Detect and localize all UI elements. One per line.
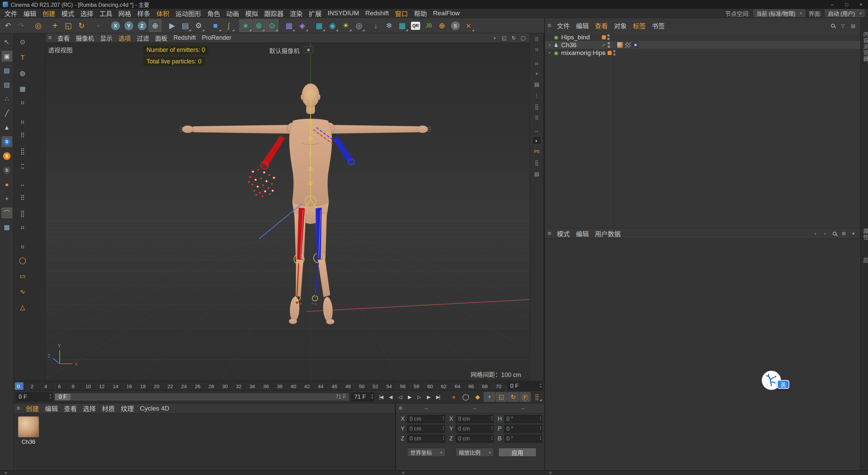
selection-lasso-button[interactable]: ∿ — [17, 286, 28, 297]
last-used-tool[interactable]: ◦ — [92, 19, 105, 32]
material-menu-纹理[interactable]: 纹理 — [118, 404, 137, 413]
fields-menu[interactable]: ◉ — [326, 19, 339, 32]
stepper-arrows-icon[interactable]: ▴▾ — [443, 435, 444, 441]
menu-扩展[interactable]: 扩展 — [305, 9, 324, 18]
goto-end-button[interactable]: ▶| — [433, 393, 442, 401]
om-burger-icon[interactable]: ≡ — [545, 22, 554, 29]
current-frame-field[interactable]: 0 F ▴▾ — [507, 382, 543, 391]
viewport-menu-摄像机[interactable]: 摄像机 — [73, 34, 97, 42]
menu-选择[interactable]: 选择 — [77, 9, 96, 18]
palette-panel-icon[interactable]: ▤ — [532, 80, 541, 89]
render-settings-button[interactable]: ⚙ — [192, 19, 205, 32]
scale-tool[interactable]: ◱ — [62, 19, 75, 32]
attr-menu-用户数据[interactable]: 用户数据 — [592, 229, 624, 238]
end-frame-field[interactable]: 71 F ▴▾ — [351, 393, 374, 401]
snap-toggle-button[interactable]: ⌒ — [2, 208, 12, 218]
move-tool[interactable]: + — [49, 19, 61, 32]
stepper-arrows-icon[interactable]: ▴▾ — [540, 425, 541, 431]
weight-tag-icon[interactable] — [632, 42, 639, 48]
menu-RealFlow[interactable]: RealFlow — [430, 10, 463, 17]
view-label[interactable]: 透视视图 — [48, 45, 73, 54]
close-button[interactable]: × — [854, 0, 868, 9]
xp-dynamics-menu[interactable]: ⊙ — [266, 19, 278, 32]
xp-emitter-menu[interactable]: ∗ — [239, 19, 252, 32]
viewport-zoom-icon[interactable]: ◱ — [500, 34, 509, 42]
coord-field-1-X[interactable]: 0 cm▴▾ — [456, 415, 494, 423]
coord-field-0-Z[interactable]: 0 cm▴▾ — [407, 435, 445, 443]
previous-key-button[interactable]: ◀ — [386, 393, 395, 401]
palette-ps-icon[interactable]: PS — [532, 147, 541, 156]
node-space-dropdown[interactable]: 当前 (标准/物理) ▾ — [753, 10, 805, 17]
undo-button[interactable]: ↶ — [2, 19, 14, 32]
om-menu-编辑[interactable]: 编辑 — [573, 21, 592, 30]
plugin-s-blue-button[interactable]: S — [2, 136, 12, 147]
redo-button[interactable]: ↷ — [15, 19, 27, 32]
menu-INSYDIUM[interactable]: INSYDIUM — [324, 10, 362, 17]
visibility-dots[interactable] — [607, 34, 610, 40]
expander-icon[interactable]: + — [547, 43, 552, 48]
attr-menu-编辑[interactable]: 编辑 — [573, 229, 592, 238]
coord-field-1-Z[interactable]: 0 cm▴▾ — [456, 435, 494, 443]
menu-角色[interactable]: 角色 — [204, 9, 223, 18]
menu-模拟[interactable]: 模拟 — [242, 9, 261, 18]
viewport-orbit-icon[interactable]: ↻ — [509, 34, 518, 42]
phong-tag-icon[interactable] — [625, 42, 631, 48]
render-picture-viewer-button[interactable]: ▤ — [179, 19, 192, 32]
om-menu-查看[interactable]: 查看 — [592, 21, 611, 30]
play-button[interactable]: ▶ — [405, 393, 414, 401]
autokey-button[interactable]: ◯ — [460, 392, 471, 402]
selection-polygon-button[interactable]: △ — [17, 302, 28, 312]
attr-forward-icon[interactable]: › — [821, 229, 829, 238]
texture-tag-icon[interactable] — [617, 42, 623, 48]
attr-menu-模式[interactable]: 模式 — [554, 229, 573, 238]
coord-header-dropdown-2[interactable]: -- — [504, 405, 542, 412]
render-view-button[interactable]: ▶ — [166, 19, 178, 32]
axis-lock-y[interactable]: Y — [122, 19, 135, 32]
add-deformer-menu[interactable]: ◈ — [296, 19, 309, 32]
object-row-Ch36[interactable]: +♟Ch36✓ — [545, 41, 860, 49]
material-menu-查看[interactable]: 查看 — [61, 404, 80, 413]
expander-icon[interactable] — [547, 35, 552, 40]
jb-plugin-button[interactable]: JB — [422, 19, 435, 32]
minimize-button[interactable]: – — [825, 0, 840, 9]
coord-field-0-X[interactable]: 0 cm▴▾ — [407, 415, 445, 423]
palette-move-icon[interactable]: + — [532, 69, 541, 78]
right-tab-内容浏览器[interactable]: 内容浏览器 — [861, 32, 868, 62]
coord-field-2-P[interactable]: 0 °▴▾ — [504, 425, 542, 433]
viewport-menu-Redshift[interactable]: Redshift — [171, 34, 199, 41]
om-menu-标签[interactable]: 标签 — [630, 21, 649, 30]
redshift-plugin-button[interactable]: S — [449, 19, 461, 32]
material-menu-选择[interactable]: 选择 — [80, 404, 99, 413]
ime-language-badge[interactable]: 英 — [777, 380, 789, 389]
menu-跟踪器[interactable]: 跟踪器 — [261, 9, 287, 18]
viewport-burger-icon[interactable]: ≡ — [45, 34, 55, 41]
record-parameter-toggle[interactable]: Ⓟ — [519, 392, 531, 402]
selection-rect-button[interactable]: ▭ — [17, 271, 28, 281]
palette-list-icon[interactable]: ⋮ — [532, 91, 541, 100]
viewport-menu-显示[interactable]: 显示 — [97, 34, 116, 42]
stepper-arrows-icon[interactable]: ▴▾ — [443, 425, 444, 431]
coord-header-dropdown-0[interactable]: -- — [407, 405, 445, 412]
object-row-Hips_bind[interactable]: ◉Hips_bind — [545, 33, 860, 41]
menu-动画[interactable]: 动画 — [223, 9, 242, 18]
apply-button[interactable]: 应用 — [498, 448, 536, 457]
stepper-arrows-icon[interactable]: ▴▾ — [491, 416, 493, 421]
stepper-arrows-icon[interactable]: ▴▾ — [540, 416, 541, 421]
download-manager-button[interactable]: ↓ — [370, 19, 382, 32]
right-tab-属性[interactable]: 属性 — [861, 228, 868, 241]
add-light-menu[interactable]: ☀ — [339, 19, 352, 32]
layer-color-swatch[interactable] — [602, 35, 606, 39]
record-keyframe-button[interactable]: ● — [448, 392, 459, 402]
palette-panel-icon-2[interactable]: ▤ — [532, 170, 541, 178]
scale-mode-dropdown[interactable]: 缩放比例 ▾ — [456, 448, 494, 457]
palette-icon-2[interactable]: ⣤ — [17, 115, 28, 125]
enabled-check-icon[interactable]: ✓ — [602, 42, 606, 48]
palette-grid-icon-3[interactable]: ⣤ — [532, 58, 541, 66]
maximize-button[interactable]: □ — [840, 0, 854, 9]
camera-label[interactable]: 默认摄像机 — [269, 46, 300, 55]
coord-field-2-B[interactable]: 0 °▴▾ — [504, 435, 542, 443]
viewport-canvas[interactable]: Y X Z — [45, 43, 530, 381]
om-filter-icon[interactable]: ▽ — [839, 22, 847, 30]
keyframe-selection-button[interactable]: ◆ — [472, 392, 483, 402]
enabled-check-icon[interactable]: ✓ — [602, 50, 606, 56]
